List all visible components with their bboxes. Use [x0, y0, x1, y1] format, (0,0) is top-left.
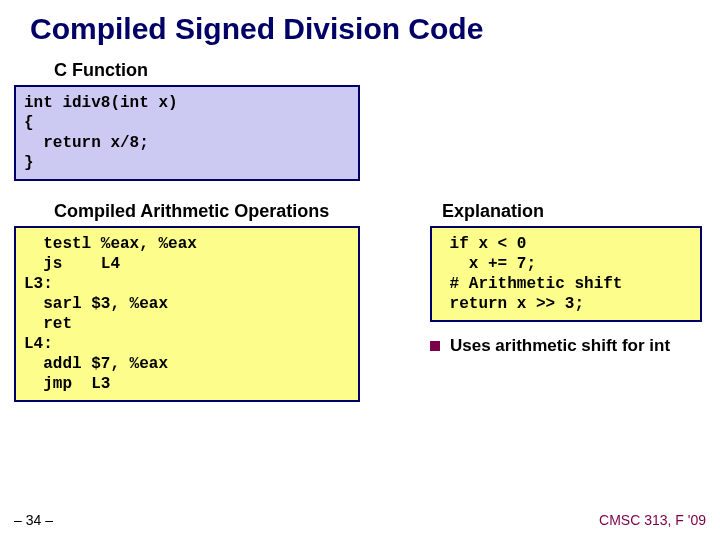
explanation-code: if x < 0 x += 7; # Arithmetic shift retu…	[430, 226, 702, 322]
bullet-square-icon	[430, 341, 440, 351]
footer-page-number: – 34 –	[14, 512, 53, 528]
c-function-label: C Function	[54, 60, 720, 81]
slide-title: Compiled Signed Division Code	[0, 0, 720, 50]
compiled-ops-code: testl %eax, %eax js L4 L3: sarl $3, %eax…	[14, 226, 360, 402]
explanation-label: Explanation	[442, 201, 710, 222]
bullet-text: Uses arithmetic shift for int	[450, 336, 670, 356]
footer-course-id: CMSC 313, F '09	[599, 512, 706, 528]
c-function-code: int idiv8(int x) { return x/8; }	[14, 85, 360, 181]
bullet-line: Uses arithmetic shift for int	[430, 336, 710, 356]
compiled-ops-label: Compiled Arithmetic Operations	[54, 201, 430, 222]
